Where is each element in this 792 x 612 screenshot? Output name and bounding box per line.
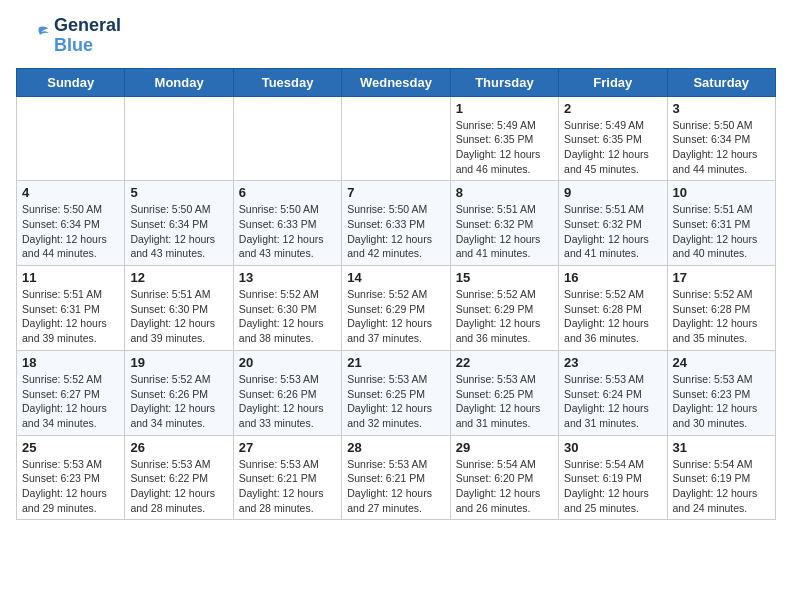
calendar-cell — [17, 96, 125, 181]
day-number: 20 — [239, 355, 336, 370]
day-info: Sunrise: 5:52 AM Sunset: 6:28 PM Dayligh… — [564, 287, 661, 346]
calendar-cell: 24Sunrise: 5:53 AM Sunset: 6:23 PM Dayli… — [667, 350, 775, 435]
day-number: 24 — [673, 355, 770, 370]
day-info: Sunrise: 5:53 AM Sunset: 6:23 PM Dayligh… — [673, 372, 770, 431]
day-info: Sunrise: 5:54 AM Sunset: 6:20 PM Dayligh… — [456, 457, 553, 516]
calendar-cell: 12Sunrise: 5:51 AM Sunset: 6:30 PM Dayli… — [125, 266, 233, 351]
day-headers-row: SundayMondayTuesdayWednesdayThursdayFrid… — [17, 68, 776, 96]
day-info: Sunrise: 5:52 AM Sunset: 6:28 PM Dayligh… — [673, 287, 770, 346]
day-info: Sunrise: 5:50 AM Sunset: 6:33 PM Dayligh… — [347, 202, 444, 261]
calendar-cell: 22Sunrise: 5:53 AM Sunset: 6:25 PM Dayli… — [450, 350, 558, 435]
logo: General Blue — [16, 16, 121, 56]
calendar-cell: 18Sunrise: 5:52 AM Sunset: 6:27 PM Dayli… — [17, 350, 125, 435]
day-info: Sunrise: 5:52 AM Sunset: 6:29 PM Dayligh… — [456, 287, 553, 346]
day-info: Sunrise: 5:53 AM Sunset: 6:25 PM Dayligh… — [347, 372, 444, 431]
day-info: Sunrise: 5:49 AM Sunset: 6:35 PM Dayligh… — [564, 118, 661, 177]
day-info: Sunrise: 5:53 AM Sunset: 6:21 PM Dayligh… — [347, 457, 444, 516]
logo-bird-icon — [16, 18, 52, 54]
calendar-cell: 8Sunrise: 5:51 AM Sunset: 6:32 PM Daylig… — [450, 181, 558, 266]
day-number: 7 — [347, 185, 444, 200]
calendar-cell: 1Sunrise: 5:49 AM Sunset: 6:35 PM Daylig… — [450, 96, 558, 181]
day-info: Sunrise: 5:51 AM Sunset: 6:32 PM Dayligh… — [456, 202, 553, 261]
day-header-tuesday: Tuesday — [233, 68, 341, 96]
calendar-cell: 5Sunrise: 5:50 AM Sunset: 6:34 PM Daylig… — [125, 181, 233, 266]
day-number: 12 — [130, 270, 227, 285]
day-info: Sunrise: 5:50 AM Sunset: 6:34 PM Dayligh… — [22, 202, 119, 261]
day-number: 30 — [564, 440, 661, 455]
day-info: Sunrise: 5:52 AM Sunset: 6:27 PM Dayligh… — [22, 372, 119, 431]
calendar-cell: 23Sunrise: 5:53 AM Sunset: 6:24 PM Dayli… — [559, 350, 667, 435]
calendar-cell — [125, 96, 233, 181]
calendar-cell: 30Sunrise: 5:54 AM Sunset: 6:19 PM Dayli… — [559, 435, 667, 520]
day-number: 14 — [347, 270, 444, 285]
day-number: 21 — [347, 355, 444, 370]
day-info: Sunrise: 5:53 AM Sunset: 6:26 PM Dayligh… — [239, 372, 336, 431]
day-info: Sunrise: 5:49 AM Sunset: 6:35 PM Dayligh… — [456, 118, 553, 177]
calendar-cell: 10Sunrise: 5:51 AM Sunset: 6:31 PM Dayli… — [667, 181, 775, 266]
day-number: 4 — [22, 185, 119, 200]
day-number: 10 — [673, 185, 770, 200]
day-info: Sunrise: 5:52 AM Sunset: 6:30 PM Dayligh… — [239, 287, 336, 346]
calendar-cell — [342, 96, 450, 181]
day-number: 2 — [564, 101, 661, 116]
calendar-cell: 11Sunrise: 5:51 AM Sunset: 6:31 PM Dayli… — [17, 266, 125, 351]
day-number: 16 — [564, 270, 661, 285]
calendar-week-2: 4Sunrise: 5:50 AM Sunset: 6:34 PM Daylig… — [17, 181, 776, 266]
day-info: Sunrise: 5:51 AM Sunset: 6:30 PM Dayligh… — [130, 287, 227, 346]
calendar-cell: 20Sunrise: 5:53 AM Sunset: 6:26 PM Dayli… — [233, 350, 341, 435]
calendar-cell: 28Sunrise: 5:53 AM Sunset: 6:21 PM Dayli… — [342, 435, 450, 520]
day-number: 9 — [564, 185, 661, 200]
day-number: 17 — [673, 270, 770, 285]
day-number: 26 — [130, 440, 227, 455]
day-info: Sunrise: 5:52 AM Sunset: 6:29 PM Dayligh… — [347, 287, 444, 346]
calendar-cell: 7Sunrise: 5:50 AM Sunset: 6:33 PM Daylig… — [342, 181, 450, 266]
day-number: 19 — [130, 355, 227, 370]
calendar-cell: 13Sunrise: 5:52 AM Sunset: 6:30 PM Dayli… — [233, 266, 341, 351]
calendar-week-1: 1Sunrise: 5:49 AM Sunset: 6:35 PM Daylig… — [17, 96, 776, 181]
day-number: 8 — [456, 185, 553, 200]
calendar-cell: 26Sunrise: 5:53 AM Sunset: 6:22 PM Dayli… — [125, 435, 233, 520]
calendar-cell: 6Sunrise: 5:50 AM Sunset: 6:33 PM Daylig… — [233, 181, 341, 266]
calendar-cell: 9Sunrise: 5:51 AM Sunset: 6:32 PM Daylig… — [559, 181, 667, 266]
calendar-cell: 21Sunrise: 5:53 AM Sunset: 6:25 PM Dayli… — [342, 350, 450, 435]
calendar-cell: 27Sunrise: 5:53 AM Sunset: 6:21 PM Dayli… — [233, 435, 341, 520]
calendar-cell: 2Sunrise: 5:49 AM Sunset: 6:35 PM Daylig… — [559, 96, 667, 181]
calendar-cell — [233, 96, 341, 181]
day-info: Sunrise: 5:53 AM Sunset: 6:23 PM Dayligh… — [22, 457, 119, 516]
day-info: Sunrise: 5:50 AM Sunset: 6:34 PM Dayligh… — [130, 202, 227, 261]
day-header-sunday: Sunday — [17, 68, 125, 96]
day-number: 31 — [673, 440, 770, 455]
calendar-cell: 15Sunrise: 5:52 AM Sunset: 6:29 PM Dayli… — [450, 266, 558, 351]
day-info: Sunrise: 5:50 AM Sunset: 6:34 PM Dayligh… — [673, 118, 770, 177]
calendar-week-3: 11Sunrise: 5:51 AM Sunset: 6:31 PM Dayli… — [17, 266, 776, 351]
day-info: Sunrise: 5:53 AM Sunset: 6:25 PM Dayligh… — [456, 372, 553, 431]
day-header-friday: Friday — [559, 68, 667, 96]
day-info: Sunrise: 5:52 AM Sunset: 6:26 PM Dayligh… — [130, 372, 227, 431]
day-number: 29 — [456, 440, 553, 455]
day-number: 3 — [673, 101, 770, 116]
day-info: Sunrise: 5:51 AM Sunset: 6:32 PM Dayligh… — [564, 202, 661, 261]
page-header: General Blue — [16, 16, 776, 56]
calendar-cell: 29Sunrise: 5:54 AM Sunset: 6:20 PM Dayli… — [450, 435, 558, 520]
day-number: 25 — [22, 440, 119, 455]
day-info: Sunrise: 5:51 AM Sunset: 6:31 PM Dayligh… — [22, 287, 119, 346]
logo: General Blue — [16, 16, 121, 56]
day-number: 6 — [239, 185, 336, 200]
calendar-cell: 17Sunrise: 5:52 AM Sunset: 6:28 PM Dayli… — [667, 266, 775, 351]
day-number: 22 — [456, 355, 553, 370]
day-info: Sunrise: 5:54 AM Sunset: 6:19 PM Dayligh… — [564, 457, 661, 516]
day-header-thursday: Thursday — [450, 68, 558, 96]
day-header-monday: Monday — [125, 68, 233, 96]
calendar-cell: 3Sunrise: 5:50 AM Sunset: 6:34 PM Daylig… — [667, 96, 775, 181]
day-number: 15 — [456, 270, 553, 285]
day-number: 23 — [564, 355, 661, 370]
day-header-saturday: Saturday — [667, 68, 775, 96]
day-info: Sunrise: 5:53 AM Sunset: 6:22 PM Dayligh… — [130, 457, 227, 516]
day-number: 5 — [130, 185, 227, 200]
calendar-cell: 31Sunrise: 5:54 AM Sunset: 6:19 PM Dayli… — [667, 435, 775, 520]
calendar-cell: 14Sunrise: 5:52 AM Sunset: 6:29 PM Dayli… — [342, 266, 450, 351]
day-info: Sunrise: 5:53 AM Sunset: 6:21 PM Dayligh… — [239, 457, 336, 516]
day-number: 27 — [239, 440, 336, 455]
calendar-week-5: 25Sunrise: 5:53 AM Sunset: 6:23 PM Dayli… — [17, 435, 776, 520]
day-info: Sunrise: 5:54 AM Sunset: 6:19 PM Dayligh… — [673, 457, 770, 516]
